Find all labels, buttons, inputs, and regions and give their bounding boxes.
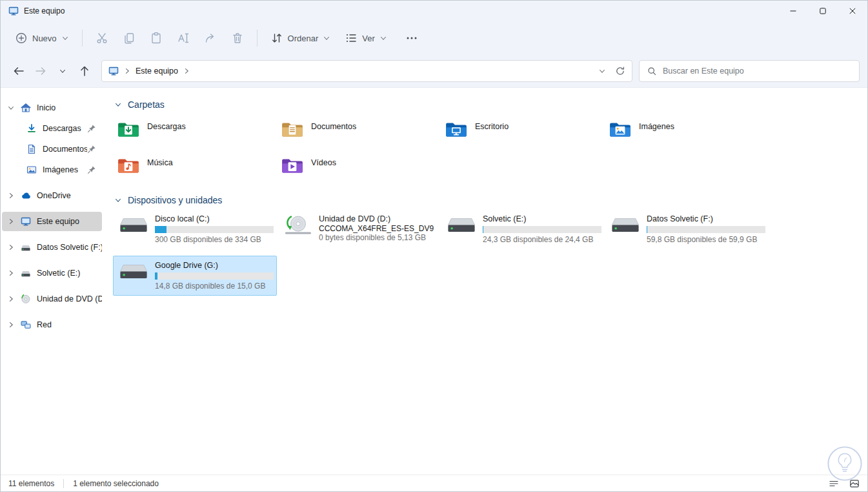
new-button[interactable]: Nuevo (8, 26, 76, 50)
copy-button[interactable] (116, 26, 142, 50)
section-header-carpetas: Carpetas (113, 97, 867, 112)
status-separator (63, 479, 64, 488)
sidebar-item-solvetic[interactable]: Solvetic (E:) (2, 263, 102, 283)
this-pc-icon (8, 6, 19, 16)
cut-icon (96, 32, 108, 45)
plus-icon (15, 32, 28, 45)
forward-button[interactable] (30, 61, 51, 81)
minimize-icon (790, 8, 796, 14)
chevron-down-icon[interactable] (7, 104, 17, 112)
pictures-folder-icon (609, 120, 632, 139)
new-button-label: Nuevo (32, 34, 57, 43)
cut-button[interactable] (89, 26, 115, 50)
pin-icon (87, 145, 96, 154)
chevron-right-icon[interactable] (7, 295, 17, 303)
folders-grid: Descargas Documentos Escritorio Imágenes… (113, 115, 867, 187)
folder-item-videos[interactable]: Vídeos (277, 151, 441, 187)
window-controls (778, 1, 867, 21)
dvd-disc-icon (21, 294, 32, 304)
search-input[interactable] (663, 67, 852, 76)
chevron-right-icon[interactable] (7, 243, 17, 251)
drive-item-c[interactable]: Disco local (C:) 300 GB disponibles de 3… (113, 209, 277, 249)
back-icon (12, 65, 25, 77)
hard-drive-icon (611, 214, 640, 236)
close-button[interactable] (838, 1, 867, 21)
hard-drive-icon (21, 268, 32, 278)
up-icon (78, 65, 91, 77)
section-title[interactable]: Dispositivos y unidades (128, 195, 222, 205)
title-area: Este equipo (1, 6, 778, 16)
document-icon (26, 144, 37, 154)
delete-icon (231, 32, 244, 45)
toolbar-separator (257, 30, 257, 46)
drive-item-e[interactable]: Solvetic (E:) 24,3 GB disponibles de 24,… (441, 209, 605, 249)
sidebar-item-onedrive[interactable]: OneDrive (2, 186, 102, 205)
drive-info: Unidad de DVD (D:) CCCOMA_X64FRE_ES-ES_D… (319, 214, 435, 242)
close-icon (849, 8, 856, 14)
navigation-bar: Este equipo (1, 55, 867, 87)
desktop-folder-icon (445, 120, 468, 139)
chevron-down-icon (323, 34, 330, 42)
chevron-right-icon[interactable] (7, 192, 17, 200)
chevron-right-icon[interactable] (7, 269, 17, 277)
address-dropdown-icon[interactable] (598, 67, 606, 75)
folder-item-documentos[interactable]: Documentos (277, 115, 441, 151)
paste-button[interactable] (143, 26, 169, 50)
downloads-folder-icon (117, 120, 140, 139)
breadcrumb-item-este-equipo[interactable]: Este equipo (136, 67, 178, 76)
drive-item-g-selected[interactable]: Google Drive (G:) 14,8 GB disponibles de… (113, 256, 277, 296)
share-icon (204, 32, 217, 45)
folder-item-imagenes[interactable]: Imágenes (605, 115, 769, 151)
paste-icon (150, 32, 163, 45)
share-button[interactable] (197, 26, 223, 50)
command-bar: Nuevo Ordenar Ver (1, 21, 867, 55)
back-button[interactable] (8, 61, 29, 81)
chevron-right-icon[interactable] (7, 321, 17, 329)
view-button[interactable]: Ver (338, 26, 394, 50)
minimize-button[interactable] (778, 1, 808, 21)
chevron-right-icon[interactable] (7, 218, 17, 225)
address-bar-actions (598, 66, 625, 76)
sidebar-item-este-equipo[interactable]: Este equipo (2, 212, 102, 231)
sort-button[interactable]: Ordenar (264, 26, 338, 50)
more-button[interactable] (399, 26, 425, 50)
status-bar: 11 elementos 1 elemento seleccionado (1, 475, 867, 491)
computer-icon (21, 216, 32, 227)
refresh-icon[interactable] (615, 66, 625, 76)
copy-icon (123, 32, 136, 45)
view-button-label: Ver (362, 34, 375, 43)
sidebar-item-unidad-dvd[interactable]: Unidad de DVD (D:) (2, 289, 102, 309)
drive-item-dvd[interactable]: Unidad de DVD (D:) CCCOMA_X64FRE_ES-ES_D… (277, 209, 441, 249)
delete-button[interactable] (225, 26, 250, 50)
chevron-right-icon (183, 67, 190, 75)
address-bar[interactable]: Este equipo (101, 60, 632, 82)
collapse-icon[interactable] (114, 101, 122, 108)
items-count: 11 elementos (8, 479, 54, 488)
sidebar-item-inicio[interactable]: Inicio (2, 98, 102, 118)
collapse-icon[interactable] (114, 196, 122, 204)
documents-folder-icon (281, 120, 304, 139)
videos-folder-icon (281, 156, 304, 176)
rename-button[interactable] (170, 26, 196, 50)
recent-locations-button[interactable] (52, 61, 73, 81)
pin-icon (87, 165, 96, 174)
search-box[interactable] (639, 60, 860, 82)
sidebar-item-descargas[interactable]: Descargas (2, 119, 102, 138)
folder-item-musica[interactable]: Música (113, 151, 277, 187)
sidebar-item-documentos[interactable]: Documentos (2, 139, 102, 159)
capacity-bar (155, 226, 274, 233)
sidebar-item-imagenes[interactable]: Imágenes (2, 160, 102, 179)
picture-icon (26, 165, 37, 175)
drive-info: Solvetic (E:) 24,3 GB disponibles de 24,… (483, 214, 599, 244)
chevron-right-icon (123, 67, 131, 75)
up-button[interactable] (74, 61, 95, 81)
drive-item-f[interactable]: Datos Solvetic (F:) 59,8 GB disponibles … (605, 209, 769, 249)
section-title[interactable]: Carpetas (128, 99, 165, 110)
home-icon (21, 103, 32, 113)
hard-drive-icon (119, 214, 148, 236)
sidebar-item-red[interactable]: Red (2, 315, 102, 334)
maximize-button[interactable] (808, 1, 838, 21)
folder-item-escritorio[interactable]: Escritorio (441, 115, 605, 151)
folder-item-descargas[interactable]: Descargas (113, 115, 277, 151)
sidebar-item-datos-solvetic[interactable]: Datos Solvetic (F:) (2, 238, 102, 257)
